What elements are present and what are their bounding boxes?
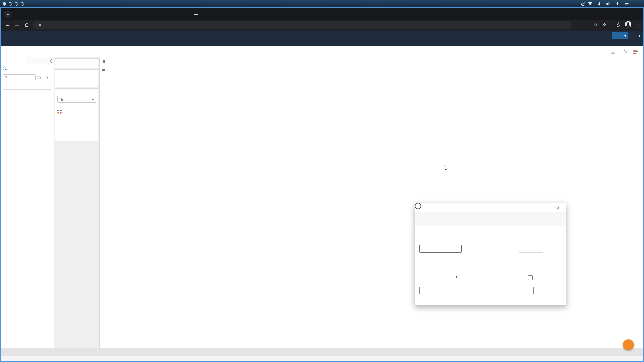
os-top-bar — [0, 0, 644, 7]
columns-pill[interactable] — [123, 58, 134, 64]
data-pane: ❮ ▽▾ ▼ — [0, 57, 54, 348]
rows-pill[interactable] — [123, 66, 129, 72]
divider — [3, 89, 51, 90]
publish-button[interactable]: ▼ — [612, 32, 628, 39]
window-border-top — [0, 7, 644, 8]
database-icon — [3, 66, 7, 71]
filter-pill[interactable] — [57, 77, 95, 83]
cards-column: ⌃ ⌃ ⌃ ▼ — [54, 57, 99, 348]
extensions-puzzle-icon[interactable]: ❖ — [602, 22, 607, 27]
wifi-icon — [588, 2, 592, 5]
bar-mark-icon — [60, 98, 63, 101]
color-legend-card — [600, 74, 642, 80]
window-border-right — [643, 7, 644, 362]
rows-shelf[interactable] — [100, 65, 598, 73]
columns-shelf[interactable] — [100, 57, 598, 65]
slider-handle[interactable] — [415, 203, 421, 209]
colour-dots-icon — [57, 110, 62, 114]
include-null-checkbox[interactable] — [528, 275, 533, 280]
draft-badge — [318, 35, 323, 36]
sort-descending-badge-icon — [128, 60, 131, 63]
search-icon — [4, 76, 8, 79]
bookmark-star-icon[interactable]: ☆ — [593, 21, 598, 27]
tab-data[interactable] — [0, 57, 27, 64]
search-row: ▽▾ ▼ — [3, 74, 48, 80]
tab-search-chevron-icon[interactable]: ⌄ — [4, 10, 12, 18]
check-circle-icon — [581, 2, 585, 6]
search-input[interactable] — [9, 75, 33, 80]
maximum-input[interactable] — [519, 245, 543, 253]
guidance-icon[interactable]: ⚐ — [621, 48, 629, 56]
browser-menu-icon[interactable]: ⋮ — [636, 22, 640, 27]
window-control-dot[interactable] — [9, 2, 12, 6]
window-control-dot[interactable] — [15, 2, 18, 6]
marks-buttons — [55, 103, 98, 107]
header-actions: ▼ ▼ — [608, 31, 640, 40]
apply-button[interactable] — [447, 287, 470, 294]
browser-back-button[interactable]: ← — [6, 22, 10, 28]
new-tab-button[interactable]: + — [194, 11, 198, 17]
data-source-item[interactable] — [3, 66, 53, 71]
publish-dropdown-caret[interactable]: ▼ — [622, 32, 628, 39]
browser-forward-button[interactable]: → — [15, 22, 19, 28]
ok-button[interactable] — [537, 287, 561, 294]
browser-tab-strip — [0, 7, 644, 20]
collapse-pane-icon[interactable]: ❮ — [50, 59, 52, 63]
toolbar: ☁ ⚐ — [0, 46, 644, 57]
tableau-app-header: ▼ ▼ — [0, 31, 644, 46]
filter-dialog: ✕ ▼ — [415, 203, 566, 306]
workbook-title-row — [0, 31, 644, 39]
pane-options-caret-icon[interactable]: ▼ — [44, 76, 48, 79]
os-status-tray — [581, 1, 632, 6]
browser-actions: ☆ ❖ ⋮ — [593, 21, 640, 28]
screen: ⌄ + ← → C ☆ ❖ ⋮ ▼ ▼ — [0, 0, 644, 362]
divider — [611, 22, 611, 27]
browser-profile-avatar[interactable] — [625, 21, 631, 28]
url-omnibox[interactable] — [33, 21, 572, 29]
help-button[interactable] — [623, 339, 634, 350]
cloud-icon[interactable]: ☁ — [609, 48, 616, 56]
close-icon[interactable]: ✕ — [556, 205, 560, 211]
divider — [632, 32, 632, 39]
mouse-cursor — [443, 165, 450, 173]
filters-card: ⌃ — [55, 69, 98, 87]
show-me-button[interactable] — [633, 50, 640, 54]
rows-icon — [102, 68, 105, 71]
window-border-left — [0, 7, 1, 362]
browser-reload-button[interactable]: C — [25, 22, 28, 28]
chevron-down-icon: ▼ — [92, 98, 94, 101]
site-settings-icon[interactable] — [37, 23, 41, 27]
publish-button-label[interactable] — [612, 32, 622, 39]
window-border-bottom — [0, 361, 644, 362]
speaker-icon — [606, 2, 611, 6]
experiments-flask-icon[interactable] — [616, 22, 620, 27]
data-pane-tabs — [0, 57, 54, 64]
cancel-button[interactable] — [511, 287, 534, 294]
dropdown-underline — [419, 281, 460, 281]
chevron-down-icon[interactable]: ▼ — [456, 275, 458, 278]
menu-bar — [0, 39, 644, 46]
microphone-icon — [616, 1, 619, 6]
minimum-input[interactable] — [419, 245, 462, 253]
user-menu[interactable]: ▼ — [636, 34, 640, 37]
colour-encoding-pill[interactable] — [64, 109, 96, 114]
battery-icon — [624, 2, 629, 6]
pages-card: ⌃ — [55, 58, 98, 68]
marks-card: ⌃ ▼ — [55, 88, 98, 141]
window-control-dot[interactable] — [3, 2, 6, 6]
marks-pill-row — [55, 107, 98, 117]
show-me-icon — [633, 50, 638, 54]
bluetooth-icon — [597, 2, 601, 6]
toolbar-right: ☁ ⚐ — [608, 46, 640, 57]
window-control-dot[interactable] — [21, 2, 24, 6]
legend-title — [600, 76, 642, 78]
filter-fields-icon[interactable]: ▽▾ — [37, 76, 41, 79]
filter-dialog-tabs — [415, 212, 566, 226]
legend-column — [598, 57, 644, 348]
field-list — [0, 88, 54, 91]
sheet-tab-bar — [0, 348, 644, 356]
reset-button[interactable] — [419, 287, 444, 294]
search-box[interactable] — [3, 74, 36, 80]
browser-address-bar: ← → C — [0, 20, 644, 31]
mark-type-dropdown[interactable]: ▼ — [57, 96, 96, 103]
